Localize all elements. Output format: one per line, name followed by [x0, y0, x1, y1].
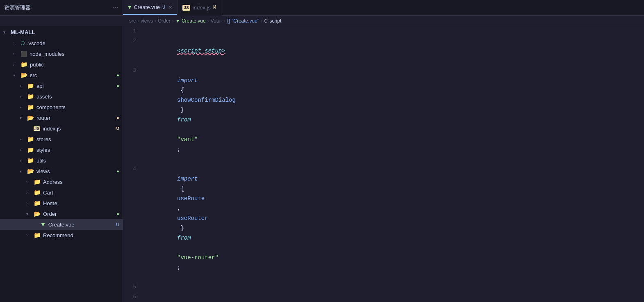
js-file-icon: JS [182, 5, 190, 11]
line-content-2: <script setup> [143, 36, 644, 66]
chevron-right-icon: › [26, 201, 31, 206]
sidebar-title: 资源管理器 [4, 4, 31, 11]
folder-icon-views: 📂 [27, 168, 34, 174]
sidebar-item-order[interactable]: ▾ 📂 Order ● [0, 208, 123, 219]
sidebar-item-recommend[interactable]: › 📁 Recommend [0, 230, 123, 240]
bc-vetur: Vetur [211, 18, 222, 24]
vue-file-icon-create: ▼ [40, 221, 46, 228]
item-label-stores: stores [36, 136, 119, 142]
folder-icon-stores: 📁 [27, 136, 34, 142]
item-label-src: src [30, 72, 114, 78]
item-label-home: Home [43, 200, 119, 206]
sidebar: ▾ ML-MALL › ⬡ .vscode › ⬛ node_modules ›… [0, 26, 123, 302]
sidebar-item-node-modules[interactable]: › ⬛ node_modules [0, 48, 123, 59]
item-label-public: public [30, 62, 119, 68]
editor[interactable]: 1 2 <script setup> 3 import { showConfir… [123, 26, 644, 302]
code-area[interactable]: 1 2 <script setup> 3 import { showConfir… [123, 26, 644, 302]
chevron-right-icon: › [20, 148, 25, 152]
folder-icon-utils: 📁 [27, 157, 34, 164]
sidebar-item-router[interactable]: ▾ 📂 router ● [0, 112, 123, 123]
vscode-folder-icon: ⬡ [20, 40, 25, 46]
sidebar-item-home[interactable]: › 📁 Home [0, 198, 123, 208]
folder-icon-home: 📁 [34, 200, 41, 206]
tab-label-index-js: index.js [193, 5, 211, 11]
bc-script: ⬡ script [264, 18, 281, 24]
sidebar-item-utils[interactable]: › 📁 utils [0, 155, 123, 166]
tabs-area: ▼ Create.vue U ✕ JS index.js M [123, 0, 644, 16]
tab-label-create-vue: Create.vue [134, 4, 160, 10]
project-name: ML-MALL [11, 29, 35, 35]
src-badge: ● [116, 73, 119, 78]
folder-icon-order: 📂 [34, 210, 41, 217]
tab-create-vue[interactable]: ▼ Create.vue U ✕ [123, 0, 177, 16]
breadcrumb: src › views › Order › ▼ Create.vue › Vet… [0, 16, 644, 26]
chevron-right-icon: › [13, 62, 18, 67]
item-label-router: router [36, 115, 114, 121]
sidebar-item-address[interactable]: › 📁 Address [0, 176, 123, 187]
bc-obj: {} "Create.vue" [227, 18, 259, 24]
bc-src: src [129, 18, 136, 24]
line-num-1: 1 [123, 26, 143, 36]
sidebar-header: 资源管理器 ··· [0, 0, 123, 16]
chevron-right-icon: › [20, 158, 25, 163]
item-label-assets: assets [36, 94, 119, 100]
sidebar-item-cart[interactable]: › 📁 Cart [0, 187, 123, 198]
router-badge: ● [116, 115, 119, 120]
folder-icon-components: 📁 [27, 104, 34, 110]
order-badge: ● [116, 211, 119, 216]
tab-index-js[interactable]: JS index.js M [177, 0, 221, 16]
main-area: ▾ ML-MALL › ⬡ .vscode › ⬛ node_modules ›… [0, 26, 644, 302]
line-content-6: const route = useRoute (); [143, 292, 644, 302]
line-num-3: 3 [123, 66, 143, 76]
tab-close-create-vue[interactable]: ✕ [168, 4, 172, 11]
sidebar-item-components[interactable]: › 📁 components [0, 102, 123, 112]
item-label-vscode: .vscode [27, 40, 119, 46]
folder-icon-router: 📂 [27, 114, 34, 121]
chevron-right-icon: › [13, 41, 18, 46]
sidebar-item-views[interactable]: ▾ 📂 views ● [0, 166, 123, 176]
chevron-right-icon: › [26, 180, 31, 184]
line-content-5 [143, 282, 644, 292]
folder-icon-public: 📁 [20, 61, 27, 68]
bc-views: views [141, 18, 153, 24]
line-num-5: 5 [123, 282, 143, 292]
sidebar-item-public[interactable]: › 📁 public [0, 59, 123, 70]
folder-icon-api: 📁 [27, 82, 34, 89]
folder-icon-recommend: 📁 [34, 232, 41, 238]
sidebar-item-router-index[interactable]: JS index.js M [0, 123, 123, 134]
sidebar-project[interactable]: ▾ ML-MALL [0, 26, 123, 38]
sidebar-item-styles[interactable]: › 📁 styles [0, 144, 123, 155]
chevron-down-icon: ▾ [20, 116, 25, 120]
views-badge: ● [116, 169, 119, 174]
item-label-order: Order [43, 211, 114, 217]
sidebar-item-assets[interactable]: › 📁 assets [0, 91, 123, 102]
sidebar-item-stores[interactable]: › 📁 stores [0, 134, 123, 144]
code-line-5: 5 [123, 282, 644, 292]
item-label-components: components [36, 104, 119, 110]
line-num-6: 6 [123, 292, 143, 302]
router-index-badge: M [116, 126, 119, 131]
code-line-3: 3 import { showConfirmDialog } from "van… [123, 66, 644, 164]
sidebar-item-api[interactable]: › 📁 api ● [0, 80, 123, 91]
node-modules-icon: ⬛ [20, 51, 27, 57]
chevron-right-icon: › [13, 52, 18, 56]
line-num-4: 4 [123, 164, 143, 174]
code-line-6: 6 const route = useRoute (); [123, 292, 644, 302]
js-file-icon-router: JS [34, 126, 40, 131]
chevron-right-icon: › [20, 137, 25, 142]
more-options-icon[interactable]: ··· [112, 3, 118, 12]
sidebar-item-src[interactable]: ▾ 📂 src ● [0, 70, 123, 80]
chevron-right-icon: › [20, 94, 25, 99]
folder-icon-src: 📂 [20, 72, 27, 78]
line-num-2: 2 [123, 36, 143, 46]
item-label-node-modules: node_modules [30, 51, 119, 57]
sidebar-item-create-vue[interactable]: ▼ Create.vue U [0, 219, 123, 230]
item-label-cart: Cart [43, 190, 119, 196]
tab-active-indicator [123, 14, 177, 15]
sidebar-item-vscode[interactable]: › ⬡ .vscode [0, 38, 123, 48]
chevron-down-icon: ▾ [13, 73, 18, 78]
bc-create-vue: ▼ Create.vue [175, 18, 206, 24]
tab-bar: 资源管理器 ··· ▼ Create.vue U ✕ JS index.js M [0, 0, 644, 16]
chevron-right-icon: › [20, 105, 25, 110]
folder-icon-cart: 📁 [34, 189, 41, 196]
